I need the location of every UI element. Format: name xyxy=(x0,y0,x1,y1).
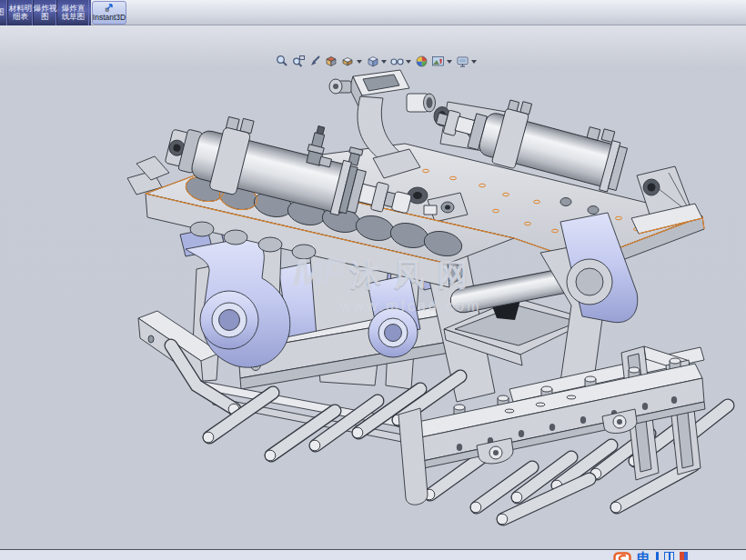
view-settings-icon[interactable] xyxy=(455,54,469,68)
logo-s-icon xyxy=(613,552,631,560)
hide-show-items-icon[interactable] xyxy=(389,54,404,68)
view-orientation-icon[interactable] xyxy=(340,54,355,68)
partial-button[interactable]: 图 xyxy=(0,0,8,25)
solidworks-window: MF 沐风网 www.mfcad.com xyxy=(0,0,746,560)
section-view-icon[interactable] xyxy=(324,54,338,68)
logo-mark-grid xyxy=(664,552,674,560)
apply-scene-icon[interactable] xyxy=(430,54,445,68)
command-manager-toolbar: 图 材料明 细表 爆炸视 图 爆炸直 线草图 Instant3D xyxy=(0,0,746,25)
previous-view-icon[interactable] xyxy=(307,54,322,68)
display-style-icon[interactable] xyxy=(365,54,379,68)
dropdown-arrow[interactable] xyxy=(447,60,452,64)
explode-line-sketch-button[interactable]: 爆炸直 线草图 xyxy=(57,0,89,25)
dropdown-arrow[interactable] xyxy=(406,60,411,64)
zoom-to-fit-icon[interactable] xyxy=(275,54,289,68)
graphics-viewport[interactable]: MF 沐风网 www.mfcad.com xyxy=(0,25,746,549)
instant3d-icon xyxy=(105,3,114,12)
dropdown-arrow[interactable] xyxy=(357,60,362,64)
status-bar: 电 xyxy=(0,549,746,560)
logo-mark-square xyxy=(680,552,688,560)
logo-char: 电 xyxy=(637,552,650,560)
assembly-model[interactable] xyxy=(0,0,746,560)
heads-up-toolbar xyxy=(275,53,478,69)
dropdown-arrow[interactable] xyxy=(381,60,387,64)
zoom-to-area-icon[interactable] xyxy=(291,54,306,68)
exploded-view-button[interactable]: 爆炸视 图 xyxy=(34,0,57,25)
bottom-right-logo: 电 xyxy=(613,552,688,560)
instant3d-button[interactable]: Instant3D xyxy=(92,1,126,25)
edit-appearance-icon[interactable] xyxy=(414,54,428,68)
dropdown-arrow[interactable] xyxy=(471,60,477,64)
command-manager-group: 图 材料明 细表 爆炸视 图 爆炸直 线草图 xyxy=(0,0,91,25)
bom-button[interactable]: 材料明 细表 xyxy=(8,0,34,25)
logo-mark-bar xyxy=(656,552,659,560)
